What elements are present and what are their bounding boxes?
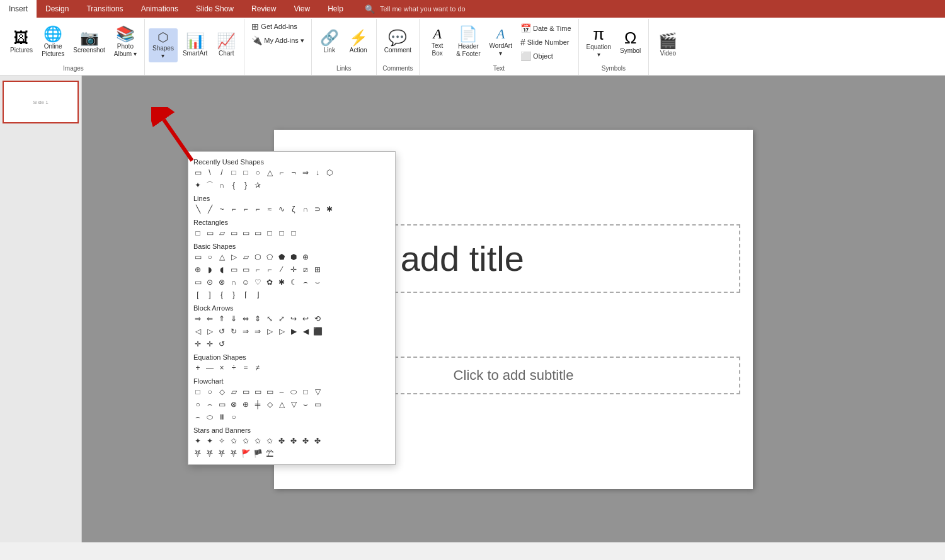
block-3[interactable]: ⇑ [216,313,227,324]
block-5[interactable]: ⇔ [240,313,251,324]
smartart-button[interactable]: 📊 SmartArt [179,31,211,60]
rect-5[interactable]: ▭ [240,227,251,239]
eq-6[interactable]: ≠ [252,362,263,374]
shape-star5[interactable]: ✰ [252,180,263,191]
basic-11[interactable]: ⊕ [192,264,203,275]
shape-angle1[interactable]: ⌐ [276,167,287,178]
basic-36[interactable]: } [228,289,239,300]
star-3[interactable]: ✧ [216,435,227,447]
tab-slideshow[interactable]: Slide Show [187,0,243,18]
flow-3[interactable]: ◇ [216,386,227,397]
flow-12[interactable]: ○ [192,399,203,410]
banner-2[interactable]: ⛧ [204,448,215,459]
screenshot-button[interactable]: 📷 Screenshot [69,28,109,57]
block-14[interactable]: ↺ [216,326,227,337]
line-angle2[interactable]: ⌐ [240,203,251,215]
shape-star4[interactable]: ✦ [192,180,203,191]
slide-number-button[interactable]: # Slide Number [517,36,575,49]
pictures-button[interactable]: 🖼 Pictures [6,28,37,57]
shape-arrow-right[interactable]: ⇒ [300,167,311,178]
flow-19[interactable]: △ [276,399,287,410]
shape-arc[interactable]: ⌒ [204,180,215,191]
star-10[interactable]: ✤ [300,435,311,447]
block-24[interactable]: ✛ [204,338,215,350]
basic-9[interactable]: ⬢ [288,251,299,263]
shape-triangle[interactable]: △ [264,167,275,178]
flow-1[interactable]: □ [192,386,203,397]
flow-10[interactable]: □ [300,386,311,397]
basic-15[interactable]: ▭ [240,264,251,275]
basic-34[interactable]: ] [204,289,215,300]
star-5[interactable]: ✩ [240,435,251,447]
rect-3[interactable]: ▱ [216,227,227,239]
eq-1[interactable]: + [192,362,203,374]
block-23[interactable]: ✛ [192,338,203,350]
star-9[interactable]: ✤ [288,435,299,447]
banner-5[interactable]: 🚩 [240,448,251,459]
star-4[interactable]: ✩ [228,435,239,447]
comment-button[interactable]: 💬 Comment [381,28,415,57]
rect-4[interactable]: ▭ [228,227,239,239]
chart-button[interactable]: 📈 Chart [212,31,240,60]
banner-6[interactable]: 🏴 [252,448,263,459]
basic-7[interactable]: ⬠ [264,251,275,263]
block-17[interactable]: ⇒ [252,326,263,337]
eq-4[interactable]: ÷ [228,362,239,374]
block-1[interactable]: ⇒ [192,313,203,324]
block-4[interactable]: ⇓ [228,313,239,324]
flow-26[interactable]: ○ [228,411,239,423]
date-time-button[interactable]: 📅 Date & Time [517,22,575,35]
rect-9[interactable]: □ [288,227,299,239]
get-addins-button[interactable]: ⊞ Get Add-ins [248,20,300,33]
flow-18[interactable]: ◇ [264,399,275,410]
basic-1[interactable]: ▭ [192,251,203,263]
basic-6[interactable]: ⬡ [252,251,263,263]
flow-23[interactable]: ⌢ [192,411,203,423]
shape-line1[interactable]: \ [204,167,215,178]
my-addins-button[interactable]: 🔌 My Add-ins ▾ [248,34,307,47]
shape-ellipse[interactable]: ○ [252,167,263,178]
star-7[interactable]: ✩ [264,435,275,447]
wordart-button[interactable]: A WordArt▾ [485,25,516,60]
block-7[interactable]: ⤡ [264,313,275,324]
basic-31[interactable]: ⌢ [300,277,311,288]
flow-9[interactable]: ⬭ [288,386,299,397]
shape-arc2[interactable]: ∩ [216,180,227,191]
flow-22[interactable]: ▭ [312,399,323,410]
basic-33[interactable]: [ [192,289,203,300]
basic-17[interactable]: ⌐ [264,264,275,275]
flow-8[interactable]: ⌢ [276,386,287,397]
banner-1[interactable]: ⛧ [192,448,203,459]
basic-23[interactable]: ⊙ [204,277,215,288]
eq-5[interactable]: = [240,362,251,374]
basic-14[interactable]: ▭ [228,264,239,275]
line-squiggle[interactable]: ∿ [276,203,287,215]
banner-3[interactable]: ⛧ [216,448,227,459]
flow-13[interactable]: ⌢ [204,399,215,410]
online-pictures-button[interactable]: 🌐 OnlinePictures [38,24,68,60]
flow-20[interactable]: ▽ [288,399,299,410]
flow-25[interactable]: ⏸ [216,411,227,423]
header-footer-button[interactable]: 📄 Header& Footer [452,24,484,60]
flow-24[interactable]: ⬭ [204,411,215,423]
block-8[interactable]: ⤢ [276,313,287,324]
rect-6[interactable]: ▭ [252,227,263,239]
block-10[interactable]: ↩ [300,313,311,324]
line-arc[interactable]: ∩ [300,203,311,215]
object-button[interactable]: ⬜ Object [517,50,575,62]
line-diag[interactable]: ╱ [204,203,215,215]
shape-brace-right[interactable]: } [240,180,251,191]
basic-13[interactable]: ◖ [216,264,227,275]
line-loop[interactable]: ⊃ [312,203,323,215]
photo-album-button[interactable]: 📚 PhotoAlbum ▾ [110,24,140,60]
flow-17[interactable]: ╪ [252,399,263,410]
textbox-button[interactable]: A TextBox [423,25,451,60]
banner-7[interactable]: ⛱ [264,448,275,459]
tab-insert[interactable]: Insert [0,0,37,18]
tab-design[interactable]: Design [37,0,77,18]
line-angle1[interactable]: ⌐ [228,203,239,215]
shape-arrow-down[interactable]: ↓ [312,167,323,178]
block-20[interactable]: ▶ [288,326,299,337]
basic-19[interactable]: ✛ [288,264,299,275]
basic-10[interactable]: ⊕ [300,251,311,263]
